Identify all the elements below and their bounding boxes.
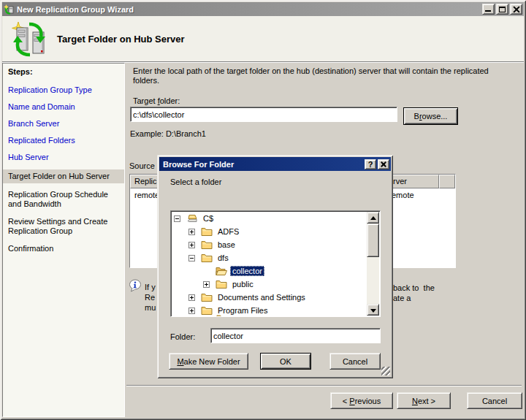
folder-icon [201, 292, 213, 302]
scroll-up-button[interactable] [367, 212, 379, 224]
replication-wizard-icon [11, 21, 47, 58]
wizard-window: New Replication Group Wizard [0, 0, 526, 420]
note-fragment: ate a [393, 293, 411, 303]
expand-plus-icon[interactable] [188, 308, 195, 314]
sidebar-step-review-settings-and-create-replication-group: Review Settings and Create Replication G… [8, 217, 121, 236]
sidebar-step-replication-group-type[interactable]: Replication Group Type [8, 85, 121, 95]
dialog-help-button[interactable]: ? [365, 159, 376, 169]
window-title: New Replication Group Wizard [17, 5, 481, 14]
dialog-title: Browse For Folder [163, 160, 363, 169]
info-icon [129, 279, 142, 292]
tree-item-label: collector [230, 266, 264, 276]
tree-item-adfs[interactable]: ADFS [172, 225, 367, 238]
folder-icon [216, 279, 227, 289]
page-title: Target Folder on Hub Server [57, 34, 185, 45]
footer-divider [126, 385, 522, 386]
steps-sidebar: Steps: Replication Group TypeName and Do… [2, 63, 125, 417]
tree-item-label: C$ [201, 213, 216, 224]
dialog-close-button[interactable] [378, 159, 389, 169]
folder-icon [201, 240, 213, 250]
browse-for-folder-dialog: Browse For Folder ? Select a folder C$AD… [157, 155, 393, 378]
table-header-right-fragment: rver [393, 177, 407, 186]
arrow-up-icon [370, 216, 376, 220]
folder-label: Folder: [170, 332, 195, 341]
tree-item-program-files[interactable]: Program Files [172, 304, 367, 316]
tree-item-collector[interactable]: collector [172, 264, 367, 278]
tree-item-documents-and-settings[interactable]: Documents and Settings [172, 291, 367, 304]
tree-item-label: public [230, 279, 256, 289]
shared-drive-icon [186, 213, 198, 224]
expand-plus-icon[interactable] [188, 229, 195, 235]
maximize-icon [499, 7, 506, 12]
table-header-spacer [439, 175, 455, 188]
instruction-text: Enter the local path of the target folde… [133, 66, 516, 85]
wizard-titlebar-icon [4, 4, 15, 15]
scroll-down-button[interactable] [367, 304, 379, 316]
sidebar-step-branch-server[interactable]: Branch Server [8, 119, 121, 129]
sidebar-step-name-and-domain[interactable]: Name and Domain [8, 102, 121, 112]
wizard-cancel-button[interactable]: Cancel [467, 392, 522, 409]
ok-button[interactable]: OK [260, 353, 311, 370]
folder-name-input[interactable] [210, 328, 381, 343]
tree-item-label: dfs [216, 253, 231, 263]
close-button[interactable] [510, 4, 522, 15]
tree-item-label: base [216, 240, 237, 250]
sidebar-step-hub-server[interactable]: Hub Server [8, 153, 121, 162]
tree-scrollbar[interactable] [367, 212, 379, 316]
note-fragment: If y [145, 282, 156, 292]
steps-heading: Steps: [8, 67, 121, 76]
target-folder-input[interactable] [130, 107, 397, 122]
folder-open-icon [216, 266, 227, 276]
browse-button[interactable]: Browse... [403, 107, 458, 125]
make-new-folder-button[interactable]: Make New Folder [169, 353, 248, 370]
example-text: Example: D:\Branch1 [130, 129, 206, 138]
scrollbar-thumb[interactable] [367, 224, 379, 257]
tree-item-label: ADFS [216, 226, 241, 237]
sidebar-step-confirmation: Confirmation [8, 244, 121, 253]
dialog-titlebar[interactable]: Browse For Folder ? [159, 157, 391, 171]
wizard-titlebar[interactable]: New Replication Group Wizard [2, 2, 524, 16]
dialog-cancel-button[interactable]: Cancel [329, 353, 381, 370]
previous-button[interactable]: < Previous [330, 392, 393, 409]
tree-item-base[interactable]: base [172, 238, 367, 251]
arrow-down-icon [370, 309, 376, 313]
sidebar-step-replication-group-schedule-and-bandwidth: Replication Group Schedule and Bandwidth [8, 190, 121, 209]
target-folder-label: Target folder: [133, 96, 180, 105]
collapse-minus-icon[interactable] [174, 215, 180, 222]
expand-plus-icon[interactable] [188, 294, 195, 301]
folder-icon [201, 253, 213, 263]
expand-plus-icon[interactable] [203, 281, 210, 288]
tree-item-dfs[interactable]: dfs [172, 251, 367, 264]
wizard-header: Target Folder on Hub Server [2, 16, 524, 61]
sidebar-step-replicated-folders[interactable]: Replicated Folders [8, 136, 121, 145]
resize-grip[interactable] [381, 367, 390, 375]
tree-item-c$[interactable]: C$ [172, 212, 367, 225]
note-fragment: mu [145, 302, 156, 313]
maximize-button[interactable] [496, 4, 508, 15]
tree-item-public[interactable]: public [172, 278, 367, 291]
folder-tree[interactable]: C$ADFSbasedfscollectorpublicDocuments an… [170, 210, 381, 317]
tree-item-label: Documents and Settings [216, 292, 308, 302]
folder-icon [201, 305, 213, 316]
note-fragment: Re [145, 292, 155, 302]
collapse-minus-icon[interactable] [188, 255, 195, 261]
partial-folder-icon [216, 314, 228, 317]
dialog-prompt: Select a folder [170, 177, 221, 186]
table-cell-left[interactable]: remote [134, 191, 159, 199]
folder-icon [201, 226, 213, 237]
source-label-fragment: Source [129, 161, 155, 170]
minimize-button[interactable] [482, 4, 495, 15]
sidebar-step-target-folder-on-hub-server: Target Folder on Hub Server [3, 169, 124, 183]
expand-plus-icon[interactable] [188, 242, 195, 248]
table-cell-right[interactable]: emote [392, 191, 414, 199]
next-button[interactable]: Next > [397, 392, 451, 409]
minimize-icon [485, 10, 491, 12]
note-fragment: back to the [393, 283, 435, 293]
